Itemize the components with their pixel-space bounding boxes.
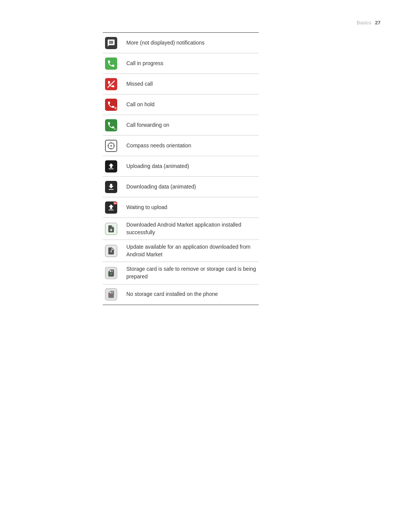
table-row: Downloading data (animated) (103, 177, 259, 197)
row-description: Call forwarding on (126, 121, 259, 129)
icon-cell: ! (103, 140, 119, 152)
row-description: Uploading data (animated) (126, 163, 259, 170)
compass-icon: ! (105, 140, 117, 152)
row-description: Missed call (126, 80, 259, 88)
table-row: ↩ Call forwarding on (103, 115, 259, 136)
icon-cell (103, 160, 119, 173)
table-row: ! Compass needs orientation (103, 136, 259, 156)
row-description: Downloaded Android Market application in… (126, 221, 259, 236)
call-forwarding-icon: ↩ (105, 119, 117, 131)
section-label: Basics (357, 20, 371, 26)
row-description: Update available for an application down… (126, 243, 259, 258)
uploading-icon (105, 160, 117, 173)
table-row: Downloaded Android Market application in… (103, 218, 259, 240)
table-row: More (not displayed) notifications (103, 33, 259, 53)
row-description: Waiting to upload (126, 204, 259, 211)
icon-cell (103, 78, 119, 90)
icon-cell: ? (103, 288, 119, 300)
svg-text:?: ? (110, 294, 112, 298)
row-description: No storage card installed on the phone (126, 291, 259, 298)
downloading-icon (105, 181, 117, 193)
page-header: Basics 27 (357, 20, 381, 26)
table-row: Uploading data (animated) (103, 156, 259, 177)
table-row: Call in progress (103, 53, 259, 74)
row-description: Storage card is safe to remove or storag… (126, 265, 259, 280)
icon-cell (103, 37, 119, 49)
row-description: More (not displayed) notifications (126, 39, 259, 47)
icon-cell (103, 267, 119, 279)
table-row: II Call on hold (103, 94, 259, 115)
table-row: Update available for an application down… (103, 240, 259, 262)
sdcard-safe-icon (105, 267, 117, 279)
missed-call-icon (105, 78, 117, 90)
row-description: Downloading data (animated) (126, 183, 259, 191)
icon-cell (103, 58, 119, 70)
svg-point-2 (110, 145, 112, 147)
sdcard-missing-icon: ? (105, 288, 117, 300)
app-update-icon (105, 245, 117, 257)
call-in-progress-icon (105, 58, 117, 70)
row-description: Compass needs orientation (126, 142, 259, 150)
call-on-hold-icon: II (105, 99, 117, 111)
row-description: Call on hold (126, 101, 259, 109)
icon-cell: to (103, 201, 119, 214)
waiting-upload-icon: to (105, 201, 117, 214)
icon-cell (103, 245, 119, 257)
table-row: to Waiting to upload (103, 197, 259, 218)
row-description: Call in progress (126, 60, 259, 67)
icon-cell: II (103, 99, 119, 111)
svg-text:!: ! (113, 143, 114, 145)
icon-cell: ↩ (103, 119, 119, 131)
icon-cell (103, 181, 119, 193)
page-number: 27 (375, 20, 381, 26)
table-row: ? No storage card installed on the phone (103, 284, 259, 305)
app-installed-icon (105, 223, 117, 235)
table-row: Storage card is safe to remove or storag… (103, 262, 259, 284)
icon-cell (103, 223, 119, 235)
more-notifications-icon (105, 37, 117, 49)
notifications-table: More (not displayed) notifications Call … (103, 32, 259, 305)
table-row: Missed call (103, 74, 259, 94)
